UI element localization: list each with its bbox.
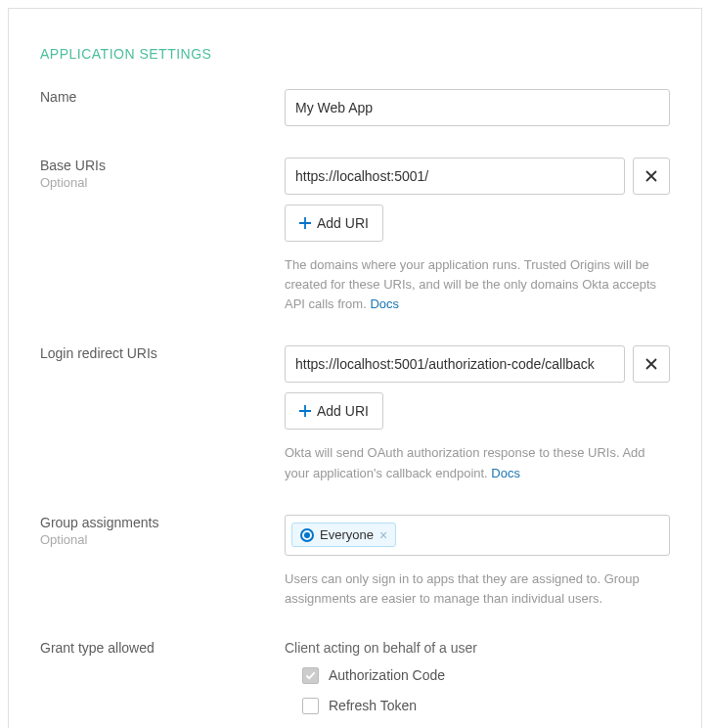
input-col: Everyone × Users can only sign in to app… (285, 515, 670, 609)
radio-icon (300, 528, 314, 542)
uri-row (285, 158, 670, 195)
add-uri-button[interactable]: Add URI (285, 205, 383, 242)
name-input[interactable] (285, 89, 670, 126)
label-col: Base URIs Optional (40, 158, 285, 314)
checkbox-refresh-token[interactable] (302, 698, 319, 714)
add-uri-label: Add URI (317, 215, 369, 231)
group-tag: Everyone × (291, 523, 396, 547)
login-redirect-input[interactable] (285, 345, 625, 383)
check-row-auth-code: Authorization Code (285, 667, 670, 684)
uri-row (285, 345, 670, 383)
row-grant-type: Grant type allowed Client acting on beha… (40, 640, 670, 728)
label-col: Grant type allowed (40, 640, 285, 728)
section-title: APPLICATION SETTINGS (40, 46, 670, 62)
label-optional: Optional (40, 532, 285, 547)
grant-subheading: Client acting on behalf of a user (285, 640, 670, 656)
label-col: Name (40, 89, 285, 126)
close-icon (645, 170, 657, 182)
help-group: Users can only sign in to apps that they… (285, 571, 640, 606)
label-base-uris: Base URIs (40, 158, 285, 173)
remove-uri-button[interactable] (633, 345, 670, 383)
close-icon (645, 358, 657, 370)
label-col: Group assignments Optional (40, 515, 285, 609)
label-optional: Optional (40, 175, 285, 190)
tag-remove-button[interactable]: × (379, 528, 387, 542)
label-name: Name (40, 89, 285, 105)
input-col (285, 89, 670, 126)
row-base-uris: Base URIs Optional Add URI The domains w… (40, 158, 670, 314)
input-col: Add URI The domains where your applicati… (285, 158, 670, 314)
check-row-refresh-token: Refresh Token (285, 698, 670, 714)
group-tag-input[interactable]: Everyone × (285, 515, 670, 556)
docs-link[interactable]: Docs (491, 466, 520, 480)
add-uri-button[interactable]: Add URI (285, 392, 383, 430)
input-col: Add URI Okta will send OAuth authorizati… (285, 345, 670, 482)
docs-link[interactable]: Docs (370, 296, 399, 311)
plus-icon (299, 217, 311, 229)
help-login-redirect: Okta will send OAuth authorization respo… (285, 445, 645, 479)
checkbox-label: Refresh Token (329, 698, 417, 713)
help-text: Okta will send OAuth authorization respo… (285, 443, 670, 482)
help-text: Users can only sign in to apps that they… (285, 569, 670, 609)
group-tag-label: Everyone (320, 527, 374, 542)
row-name: Name (40, 89, 670, 126)
label-grant-type: Grant type allowed (40, 640, 285, 656)
label-col: Login redirect URIs (40, 345, 285, 482)
plus-icon (299, 405, 311, 417)
add-uri-label: Add URI (317, 403, 369, 419)
label-login-redirect: Login redirect URIs (40, 345, 285, 361)
label-group-assignments: Group assignments (40, 515, 285, 530)
input-col: Client acting on behalf of a user Author… (285, 640, 670, 728)
row-group-assignments: Group assignments Optional Everyone × Us… (40, 515, 670, 609)
row-login-redirect: Login redirect URIs Add URI Okta will se… (40, 345, 670, 482)
help-text: The domains where your application runs.… (285, 255, 670, 314)
help-base-uris: The domains where your application runs.… (285, 257, 656, 311)
checkbox-auth-code[interactable] (302, 667, 319, 684)
remove-uri-button[interactable] (633, 158, 670, 195)
check-icon (305, 670, 316, 681)
checkbox-label: Authorization Code (329, 667, 445, 683)
base-uri-input[interactable] (285, 158, 625, 195)
settings-panel: APPLICATION SETTINGS Name Base URIs Opti… (8, 8, 702, 728)
